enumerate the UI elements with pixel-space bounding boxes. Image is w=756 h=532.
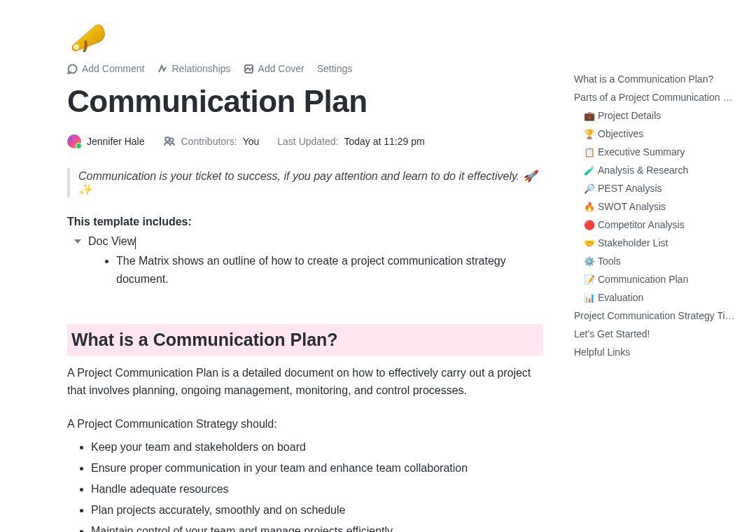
list-item: Keep your team and stakeholders on board bbox=[91, 438, 543, 457]
outline-link-sub[interactable]: 🏆Objectives bbox=[584, 125, 742, 143]
toggle-doc-view[interactable]: Doc View bbox=[67, 234, 567, 252]
heading-what-is[interactable]: What is a Communication Plan? bbox=[67, 324, 543, 356]
outline-link-sub[interactable]: 🔥SWOT Analysis bbox=[584, 197, 742, 216]
doc-view-description-list[interactable]: The Matrix shows an outline of how to cr… bbox=[67, 252, 557, 289]
contributors-label: Contributors: bbox=[181, 136, 237, 147]
outline-link-sub[interactable]: ⚙️Tools bbox=[584, 252, 742, 270]
emoji-icon: 📊 bbox=[584, 293, 598, 303]
emoji-icon: 🧪 bbox=[584, 165, 598, 176]
svg-point-0 bbox=[73, 43, 79, 50]
chevron-down-icon bbox=[74, 239, 81, 244]
strategy-intro[interactable]: A Project Communication Strategy should: bbox=[67, 415, 543, 433]
document-main: Add Comment Relationships Add Cover Sett… bbox=[0, 0, 567, 532]
owner-name: Jennifer Hale bbox=[87, 136, 145, 147]
list-item: Handle adequate resources bbox=[91, 479, 543, 499]
people-icon bbox=[163, 135, 176, 148]
emoji-icon: 🔎 bbox=[584, 183, 598, 194]
list-item: Ensure proper communication in your team… bbox=[91, 458, 543, 478]
emoji-icon: 🤝 bbox=[584, 238, 598, 248]
strategy-list[interactable]: Keep your team and stakeholders on board… bbox=[67, 438, 543, 532]
outline-link[interactable]: Parts of a Project Communication St... bbox=[574, 88, 735, 106]
contributors-value: You bbox=[243, 136, 260, 147]
updated-label: Last Updated: bbox=[277, 136, 338, 147]
relationships-button[interactable]: Relationships bbox=[157, 63, 230, 74]
list-item: The Matrix shows an outline of how to cr… bbox=[116, 252, 557, 289]
add-cover-label: Add Cover bbox=[258, 63, 304, 74]
emoji-icon: 🔴 bbox=[584, 220, 598, 230]
settings-label: Settings bbox=[317, 63, 353, 74]
outline-link[interactable]: Project Communication Strategy Tips! bbox=[574, 307, 735, 325]
outline-link-sub[interactable]: 💼Project Details bbox=[584, 106, 742, 125]
add-cover-button[interactable]: Add Cover bbox=[244, 63, 304, 74]
outline-link-sub[interactable]: 🔎PEST Analysis bbox=[584, 179, 742, 197]
page-icon[interactable] bbox=[67, 21, 109, 55]
list-item: Plan projects accurately, smoothly and o… bbox=[91, 500, 543, 520]
outline-link[interactable]: Helpful Links bbox=[574, 343, 735, 361]
emoji-icon: 🏆 bbox=[584, 129, 598, 139]
outline-link-sub[interactable]: 📝Communication Plan bbox=[584, 270, 742, 288]
page-toolbar: Add Comment Relationships Add Cover Sett… bbox=[67, 63, 567, 74]
emoji-icon: 🔥 bbox=[584, 202, 598, 212]
outline-link[interactable]: Let's Get Started! bbox=[574, 325, 735, 343]
updated-value: Today at 11:29 pm bbox=[344, 136, 424, 147]
relationships-label: Relationships bbox=[172, 63, 230, 74]
page-title[interactable]: Communication Plan bbox=[67, 84, 567, 119]
outline-link-sub[interactable]: 🧪Analysis & Research bbox=[584, 161, 742, 179]
avatar bbox=[67, 134, 81, 148]
quote-text: Communication is your ticket to success,… bbox=[78, 170, 537, 195]
body-paragraph[interactable]: A Project Communication Plan is a detail… bbox=[67, 364, 543, 400]
relationships-icon bbox=[157, 64, 167, 74]
quote-block[interactable]: Communication is your ticket to success,… bbox=[67, 168, 543, 197]
emoji-icon: ⚙️ bbox=[584, 256, 598, 267]
svg-point-4 bbox=[169, 139, 173, 142]
outline-link-sub[interactable]: 📊Evaluation bbox=[584, 288, 742, 307]
last-updated-field: Last Updated: Today at 11:29 pm bbox=[277, 136, 424, 147]
toggle-label: Doc View bbox=[88, 235, 135, 248]
list-item: Maintain control of your team and manage… bbox=[91, 522, 543, 532]
outline-link-sub[interactable]: 🔴Competitor Analysis bbox=[584, 216, 742, 234]
outline-panel: What is a Communication Plan? Parts of a… bbox=[567, 0, 756, 532]
contributors-field[interactable]: Contributors: You bbox=[163, 135, 260, 148]
comment-icon bbox=[67, 64, 78, 74]
emoji-icon: 💼 bbox=[584, 111, 598, 121]
outline-link-sub[interactable]: 🤝Stakeholder List bbox=[584, 234, 742, 252]
emoji-icon: 📝 bbox=[584, 274, 598, 285]
owner-field[interactable]: Jennifer Hale bbox=[67, 134, 145, 148]
add-comment-label: Add Comment bbox=[82, 63, 144, 74]
emoji-icon: 📋 bbox=[584, 147, 598, 158]
svg-point-3 bbox=[165, 137, 169, 141]
template-includes-heading[interactable]: This template includes: bbox=[67, 216, 567, 228]
outline-link[interactable]: What is a Communication Plan? bbox=[574, 70, 735, 88]
outline-link-sub[interactable]: 📋Executive Summary bbox=[584, 143, 742, 161]
add-comment-button[interactable]: Add Comment bbox=[67, 63, 144, 74]
settings-button[interactable]: Settings bbox=[317, 63, 353, 74]
cover-icon bbox=[244, 64, 254, 74]
page-meta: Jennifer Hale Contributors: You Last Upd… bbox=[67, 134, 567, 148]
